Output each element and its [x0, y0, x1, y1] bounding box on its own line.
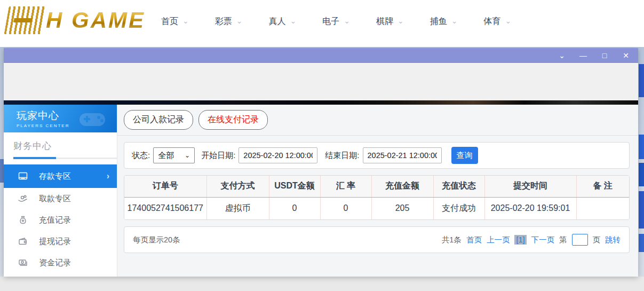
tab-company-deposit-record[interactable]: 公司入款记录	[124, 110, 193, 130]
col-order-id: 订单号	[124, 176, 206, 197]
pagination-bar: 每页显示20条 共1条 首页 上一页 [1] 下一页 第 页 跳转	[124, 226, 630, 253]
logo-text: H GAME	[46, 7, 145, 33]
sidebar-item-funds-record[interactable]: 资金记录	[4, 252, 117, 273]
records-table: 订单号 支付方式 USDT金额 汇 率 充值金额 充值状态 提交时间 备 注 1	[124, 176, 629, 219]
sidebar-header: 玩家中心 PLAYERS CENTER	[4, 105, 117, 132]
tab-online-payment-record[interactable]: 在线支付记录	[198, 110, 268, 130]
col-usdt-amount: USDT金额	[269, 176, 320, 197]
nav-item-chess[interactable]: 棋牌⌄	[376, 16, 404, 27]
background-page-fragment	[639, 191, 644, 229]
select-chevron-icon: ⌄	[185, 152, 190, 159]
window-minimize-button[interactable]: —	[576, 48, 590, 63]
nav-item-live[interactable]: 真人⌄	[268, 16, 296, 27]
site-logo[interactable]: H GAME	[6, 6, 145, 34]
main-content: 公司入款记录 在线支付记录 状态: 全部 ⌄ 开始日期: 结束日期: 查询	[117, 105, 638, 277]
nav-item-fishing[interactable]: 捕鱼⌄	[430, 16, 458, 27]
background-page-fragment	[639, 234, 644, 252]
player-center-window: ⌄ — □ ✕ 玩家中心 PLAYERS CENTER 财务中心	[4, 48, 638, 277]
col-payment-method: 支付方式	[206, 176, 269, 197]
moneybag-icon	[18, 215, 28, 225]
gamepad-icon	[75, 109, 109, 130]
page-jump-input[interactable]	[572, 234, 588, 246]
jump-label-pre: 第	[559, 235, 567, 245]
sidebar: 玩家中心 PLAYERS CENTER 财务中心 存款专区 ›	[4, 105, 117, 277]
background-page-fragment	[639, 135, 644, 159]
nav-item-home[interactable]: 首页⌄	[161, 16, 189, 27]
nav-item-slots[interactable]: 电子⌄	[322, 16, 350, 27]
sidebar-item-lottery-bet-detail[interactable]: 彩票下注明细	[4, 273, 117, 277]
jump-label-post: 页	[593, 235, 601, 245]
cell-exchange-rate: 0	[320, 197, 371, 219]
cell-recharge-amount: 205	[371, 197, 433, 219]
cell-usdt-amount: 0	[269, 197, 320, 219]
logo-stripes-icon	[4, 6, 46, 34]
jump-button[interactable]: 跳转	[605, 235, 621, 245]
end-date-input[interactable]	[363, 147, 442, 163]
sidebar-section-underline	[13, 158, 117, 159]
chevron-down-icon: ⌄	[290, 17, 296, 25]
per-page-label: 每页显示20条	[133, 235, 442, 245]
chevron-down-icon: ⌄	[397, 17, 404, 25]
col-recharge-amount: 充值金额	[371, 176, 433, 197]
top-nav: 首页⌄ 彩票⌄ 真人⌄ 电子⌄ 棋牌⌄ 捕鱼⌄ 体育⌄	[161, 16, 511, 27]
prev-page-link[interactable]: 上一页	[487, 235, 510, 245]
col-submit-time: 提交时间	[484, 176, 576, 197]
end-date-label: 结束日期:	[325, 151, 359, 161]
table-header-row: 订单号 支付方式 USDT金额 汇 率 充值金额 充值状态 提交时间 备 注	[124, 176, 629, 197]
sidebar-section-label: 财务中心	[13, 140, 117, 152]
nav-item-lottery[interactable]: 彩票⌄	[215, 16, 243, 27]
sidebar-menu: 存款专区 › 取款专区 充值记录 提现记录 资金记录	[4, 164, 117, 277]
chevron-down-icon: ⌄	[344, 17, 350, 25]
cell-submit-time: 2025-02-20 19:59:01	[484, 197, 576, 219]
record-tabs: 公司入款记录 在线支付记录	[117, 105, 638, 136]
status-select[interactable]: 全部 ⌄	[153, 147, 195, 163]
records-table-panel: 订单号 支付方式 USDT金额 汇 率 充值金额 充值状态 提交时间 备 注 1	[124, 175, 630, 220]
sidebar-item-recharge-record[interactable]: 充值记录	[4, 209, 117, 231]
chevron-down-icon: ⌄	[451, 17, 458, 25]
banner-strip	[4, 100, 638, 105]
nav-item-sports[interactable]: 体育⌄	[483, 16, 511, 27]
sidebar-item-withdrawal-record[interactable]: 提现记录	[4, 231, 117, 252]
window-close-button[interactable]: ✕	[619, 48, 633, 63]
sidebar-item-withdraw[interactable]: 取款专区	[4, 188, 117, 209]
table-row: 1740052741506177 虚拟币 0 0 205 支付成功 2025-0…	[124, 197, 629, 219]
window-titlebar[interactable]: ⌄ — □ ✕	[4, 48, 638, 63]
filter-bar: 状态: 全部 ⌄ 开始日期: 结束日期: 查询	[124, 142, 630, 169]
next-page-link[interactable]: 下一页	[531, 235, 555, 245]
window-toolbar-area	[4, 63, 638, 100]
cell-remark	[576, 197, 629, 219]
first-page-link[interactable]: 首页	[466, 235, 482, 245]
col-recharge-status: 充值状态	[433, 176, 484, 197]
start-date-input[interactable]	[238, 147, 317, 163]
wallet-icon	[18, 236, 28, 247]
col-remark: 备 注	[576, 176, 629, 197]
background-page-fragment	[0, 159, 4, 183]
chevron-right-icon: ›	[107, 171, 109, 181]
hand-coin-icon	[18, 193, 28, 204]
site-header: H GAME 首页⌄ 彩票⌄ 真人⌄ 电子⌄ 棋牌⌄ 捕鱼⌄ 体育⌄	[0, 0, 644, 47]
window-hide-button[interactable]: ⌄	[555, 48, 569, 63]
deposit-card-icon	[18, 171, 28, 182]
status-label: 状态:	[132, 151, 150, 161]
window-maximize-button[interactable]: □	[598, 48, 611, 63]
desktop-bottom-strip	[0, 277, 644, 291]
total-count-label: 共1条	[442, 235, 462, 245]
cell-payment-method: 虚拟币	[206, 197, 269, 219]
chevron-down-icon: ⌄	[182, 17, 189, 25]
cell-recharge-status: 支付成功	[433, 197, 484, 219]
current-page-indicator: [1]	[514, 235, 526, 245]
background-page-fragment	[639, 64, 644, 97]
chevron-down-icon: ⌄	[505, 17, 511, 25]
col-exchange-rate: 汇 率	[320, 176, 371, 197]
background-page-fragment	[639, 163, 644, 186]
query-button[interactable]: 查询	[451, 147, 478, 164]
sidebar-item-deposit[interactable]: 存款专区 ›	[4, 164, 117, 188]
cell-order-id: 1740052741506177	[124, 197, 206, 219]
sidebar-section: 财务中心	[4, 132, 117, 159]
start-date-label: 开始日期:	[201, 151, 235, 161]
chevron-down-icon: ⌄	[236, 17, 243, 25]
banknotes-icon	[18, 257, 28, 268]
